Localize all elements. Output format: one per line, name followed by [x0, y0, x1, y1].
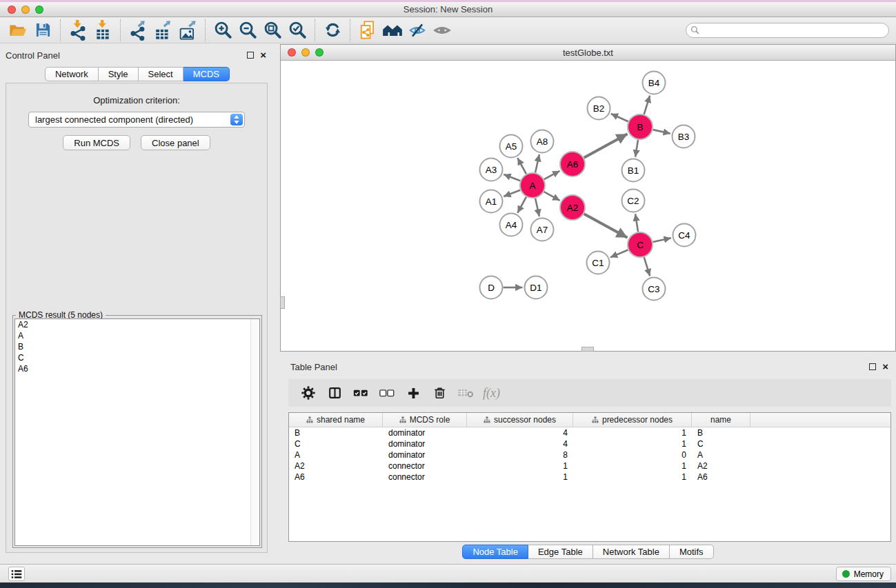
graph-edge-A-A5[interactable] — [517, 158, 526, 174]
table-row[interactable]: A2connector11A2 — [289, 460, 890, 472]
deselect-all-columns-button[interactable] — [374, 381, 400, 405]
graph-edge-A-A6[interactable] — [544, 171, 560, 179]
zoom-out-button[interactable] — [235, 19, 260, 42]
result-item[interactable]: B — [15, 341, 259, 352]
import-table-button[interactable] — [90, 19, 115, 42]
float-panel-icon[interactable] — [247, 52, 254, 59]
table-cell[interactable]: 1 — [467, 460, 573, 472]
export-image-button[interactable] — [175, 19, 200, 42]
criterion-dropdown[interactable]: largest connected component (directed) — [28, 112, 245, 128]
node-table[interactable]: shared nameMCDS rolesuccessor nodesprede… — [288, 412, 891, 542]
graph-edge-B-B1[interactable] — [635, 140, 638, 157]
table-cell[interactable]: A2 — [289, 460, 383, 472]
table-cell[interactable]: dominator — [383, 427, 467, 438]
table-cell[interactable]: dominator — [383, 449, 467, 460]
graph-edge-C-C3[interactable] — [644, 257, 650, 276]
refresh-button[interactable] — [320, 19, 345, 42]
graph-edge-A-A7[interactable] — [535, 199, 539, 216]
column-header-MCDS-role[interactable]: MCDS role — [383, 413, 467, 427]
result-item[interactable]: A2 — [15, 319, 259, 330]
table-cell[interactable]: connector — [383, 472, 467, 483]
open-file-button[interactable] — [6, 19, 30, 42]
graph-edge-B-B4[interactable] — [644, 96, 650, 114]
zoom-in-button[interactable] — [210, 19, 235, 42]
split-columns-button[interactable] — [321, 381, 348, 405]
network-graph[interactable]: B4B2BB3A8A5A6A3B1AA1C2A2A4A7C4CC1DD1C3 — [281, 61, 895, 351]
save-session-button[interactable] — [30, 19, 55, 42]
graph-edge-A-A8[interactable] — [535, 154, 539, 172]
graph-edge-C-C2[interactable] — [635, 214, 638, 232]
float-panel-icon[interactable] — [869, 363, 876, 370]
birds-eye-handle[interactable] — [280, 296, 285, 309]
table-cell[interactable]: A2 — [692, 460, 750, 472]
export-network-button[interactable] — [126, 19, 150, 42]
graph-edge-B-B3[interactable] — [653, 130, 670, 134]
graph-edge-A6-B[interactable] — [584, 134, 628, 158]
delete-column-button[interactable] — [426, 381, 452, 405]
home-button[interactable] — [380, 19, 405, 42]
table-cell[interactable]: 0 — [573, 449, 692, 460]
table-cell[interactable]: 4 — [467, 438, 573, 449]
table-cell[interactable]: 1 — [573, 460, 692, 472]
run-mcds-button[interactable]: Run MCDS — [63, 135, 130, 150]
tab-motifs[interactable]: Motifs — [670, 545, 714, 559]
table-cell[interactable]: C — [692, 438, 750, 449]
tab-style[interactable]: Style — [99, 67, 139, 81]
export-table-button[interactable] — [150, 19, 175, 42]
select-all-columns-button[interactable] — [348, 381, 374, 405]
zoom-selected-button[interactable] — [285, 19, 310, 42]
table-cell[interactable]: A — [692, 449, 750, 460]
graph-edge-A2-C[interactable] — [584, 214, 628, 238]
show-all-button[interactable] — [430, 19, 455, 42]
close-panel-button[interactable]: Close panel — [141, 135, 210, 150]
table-cell[interactable]: 1 — [573, 472, 692, 483]
tab-network-table[interactable]: Network Table — [593, 545, 670, 559]
graph-edge-B-B2[interactable] — [611, 114, 628, 121]
graph-edge-A-A2[interactable] — [544, 192, 560, 201]
delete-table-button[interactable] — [452, 381, 479, 405]
split-handle[interactable] — [581, 347, 594, 352]
table-cell[interactable]: A — [289, 449, 383, 460]
memory-button[interactable]: Memory — [836, 567, 891, 581]
result-item[interactable]: A — [15, 330, 259, 341]
hide-selected-button[interactable] — [405, 19, 430, 42]
tab-select[interactable]: Select — [139, 67, 183, 81]
column-header-successor-nodes[interactable]: successor nodes — [467, 413, 573, 427]
graph-edge-A-A1[interactable] — [504, 190, 520, 196]
graph-edge-A-A3[interactable] — [504, 174, 520, 181]
graph-edge-C-C4[interactable] — [653, 238, 671, 242]
result-item[interactable]: A6 — [15, 363, 259, 374]
table-cell[interactable]: A6 — [289, 472, 383, 483]
mcds-result-list[interactable]: A2ABCA6 — [14, 318, 260, 546]
tab-mcds[interactable]: MCDS — [183, 67, 230, 81]
table-settings-button[interactable] — [295, 381, 321, 405]
table-cell[interactable]: C — [289, 438, 383, 449]
tab-network[interactable]: Network — [45, 67, 99, 81]
table-row[interactable]: Adominator80A — [289, 449, 890, 460]
table-cell[interactable]: B — [692, 427, 750, 438]
graph-edge-A-A4[interactable] — [517, 197, 526, 213]
table-row[interactable]: Cdominator41C — [289, 438, 890, 449]
column-header-name[interactable]: name — [692, 413, 750, 427]
task-history-button[interactable] — [8, 567, 25, 581]
table-cell[interactable]: 8 — [467, 449, 573, 460]
new-network-from-selection-button[interactable] — [355, 19, 380, 42]
table-cell[interactable]: dominator — [383, 438, 467, 449]
tab-node-table[interactable]: Node Table — [462, 545, 528, 559]
table-cell[interactable]: B — [289, 427, 383, 438]
table-cell[interactable]: 1 — [467, 472, 573, 483]
graph-edge-C-C1[interactable] — [610, 250, 628, 257]
table-cell[interactable]: A6 — [692, 472, 750, 483]
table-cell[interactable]: connector — [383, 460, 467, 472]
table-row[interactable]: Bdominator41B — [289, 427, 890, 438]
result-item[interactable]: C — [15, 352, 259, 363]
table-row[interactable]: A6connector11A6 — [289, 472, 890, 483]
tab-edge-table[interactable]: Edge Table — [528, 545, 593, 559]
table-cell[interactable]: 4 — [467, 427, 573, 438]
search-input[interactable] — [686, 23, 889, 38]
network-canvas[interactable]: B4B2BB3A8A5A6A3B1AA1C2A2A4A7C4CC1DD1C3 — [281, 61, 895, 351]
function-builder-button[interactable]: f(x) — [479, 381, 504, 405]
table-cell[interactable]: 1 — [573, 427, 692, 438]
column-header-predecessor-nodes[interactable]: predecessor nodes — [573, 413, 692, 427]
table-cell[interactable]: 1 — [573, 438, 692, 449]
